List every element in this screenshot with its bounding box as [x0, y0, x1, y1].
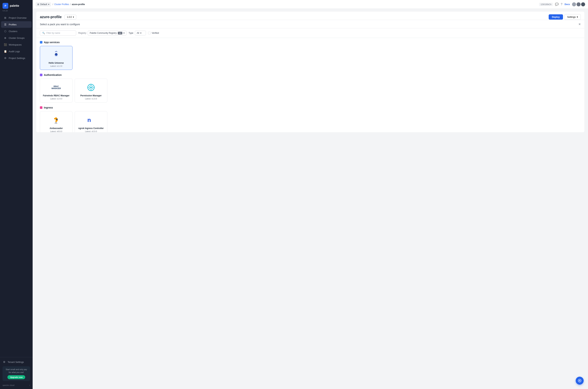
category-header: App services [40, 41, 581, 44]
topbar: ⊞ Default ▾ / Cluster Profiles / azure-p… [33, 0, 588, 9]
version-dropdown[interactable]: 1.0.0 ▾ [64, 15, 76, 19]
pack-logo: RBACMANAGER [51, 82, 61, 93]
category-app-services: App services [40, 41, 581, 70]
pack-selector-panel: Select a pack you want to configure ✕ 🔍 … [36, 20, 584, 132]
sidebar-item-tenant-settings[interactable]: ⚙ Tenant Settings [2, 359, 30, 365]
user-avatars [572, 2, 585, 6]
category-authentication: Authentication RBACMANAGER Fairwinds RBA… [40, 73, 581, 102]
main-content: ⊞ Default ▾ / Cluster Profiles / azure-p… [33, 0, 588, 389]
category-label: App services [44, 41, 60, 44]
registry-dropdown[interactable]: Palette Community Registry oci ▾ [88, 31, 127, 35]
breadcrumb-current: azure-profile [72, 3, 85, 6]
pack-card-ambassador[interactable]: Ambassador Latest: v8.8.0 [40, 111, 73, 132]
sidebar-item-label: Workspaces [9, 43, 22, 46]
svg-text:n: n [87, 117, 91, 123]
sidebar-item-audit-logs[interactable]: 📋 Audit Logs [1, 48, 31, 55]
chat-icon[interactable]: 💬 [555, 2, 559, 6]
environment-selector[interactable]: ⊞ Default ▾ [35, 2, 51, 6]
environment-label: Default [40, 3, 47, 6]
logo-area: P palette [0, 0, 33, 9]
app-version: 4.4.19 [0, 9, 33, 14]
sidebar-item-label: Project Overview [9, 17, 27, 19]
settings-icon: ⚙ [4, 57, 7, 60]
logo-icon: P [2, 3, 8, 9]
type-filter: Type All ▾ [129, 31, 146, 35]
workspaces-icon: ⬛ [4, 43, 7, 46]
verified-checkbox[interactable] [148, 32, 151, 34]
filter-bar: 🔍 Filter by name Registry Palette Commun… [36, 28, 584, 38]
breadcrumb-separator: / [70, 3, 71, 6]
avatar [581, 2, 585, 6]
cluster-groups-icon: ⊕ [4, 36, 7, 39]
pack-name: ngrok Ingress Controller [77, 127, 105, 130]
settings-button[interactable]: Settings ▾ [564, 14, 581, 20]
breadcrumb: / Cluster Profiles / azure-profile [53, 3, 85, 6]
pack-selector-header: Select a pack you want to configure ✕ [36, 20, 584, 28]
sidebar-item-project-settings[interactable]: ⚙ Project Settings [1, 55, 31, 61]
grid-icon: ⊞ [4, 16, 7, 19]
pack-card-permission-manager[interactable]: Permission Manager Latest: v1.0.0 [75, 79, 107, 102]
pack-grid: Hello Universe Latest: v1.2.0 [40, 46, 581, 70]
pack-logo [86, 82, 96, 93]
chat-fab-button[interactable] [576, 377, 584, 385]
upgrade-box: Start small and only pay for what you us… [2, 366, 30, 381]
settings-label: Settings [567, 16, 576, 18]
sidebar-item-clusters[interactable]: ⬡ Clusters [1, 28, 31, 34]
tenant-icon: ⚙ [2, 360, 6, 363]
category-label: Ingress [44, 106, 53, 109]
topbar-right: 129/100kCh 💬 ? Docs [539, 2, 585, 6]
pack-name: Ambassador [43, 127, 70, 130]
sidebar-item-label: Project Settings [9, 57, 25, 60]
docs-link[interactable]: Docs [565, 3, 570, 6]
pack-card-rbac-manager[interactable]: RBACMANAGER Fairwinds RBAC Manager Lates… [40, 79, 73, 102]
upgrade-button[interactable]: Upgrade now [7, 375, 25, 379]
avatar [572, 2, 576, 6]
pack-card-ngrok[interactable]: n ngrok Ingress Controller Latest: v0.9.… [75, 111, 107, 132]
sidebar-item-profiles[interactable]: ☰ Profiles [1, 21, 31, 28]
sidebar-item-project-overview[interactable]: ⊞ Project Overview [1, 15, 31, 21]
topbar-left: ⊞ Default ▾ / Cluster Profiles / azure-p… [35, 2, 537, 6]
audit-icon: 📋 [4, 50, 7, 53]
pack-name: Hello Universe [43, 62, 70, 64]
pack-grid: RBACMANAGER Fairwinds RBAC Manager Lates… [40, 79, 581, 102]
pack-selector-title: Select a pack you want to configure [40, 23, 80, 26]
header-actions: Deploy Settings ▾ [549, 14, 581, 20]
category-icon [40, 106, 42, 109]
type-dropdown[interactable]: All ▾ [135, 31, 146, 35]
sidebar: P palette 4.4.19 ⊞ Project Overview ☰ Pr… [0, 0, 33, 389]
pack-version: Latest: v1.2.0 [43, 65, 70, 67]
registry-label: Registry [78, 32, 86, 34]
sidebar-item-label: Cluster Groups [9, 37, 25, 39]
verified-label: Verified [152, 32, 159, 34]
pack-logo [51, 115, 61, 125]
spectro-footer: spectro cloud ‹ [2, 383, 30, 387]
chevron-down-icon: ▾ [48, 3, 49, 6]
type-value: All [137, 32, 139, 34]
pack-version: Latest: v1.0.0 [77, 97, 105, 100]
close-pack-selector-button[interactable]: ✕ [578, 23, 581, 26]
version-value: 1.0.0 [67, 16, 72, 18]
profiles-icon: ☰ [4, 23, 7, 26]
search-box[interactable]: 🔍 Filter by name [40, 31, 76, 35]
category-icon [40, 41, 42, 44]
pack-logo: n [86, 115, 96, 125]
sidebar-item-workspaces[interactable]: ⬛ Workspaces [1, 41, 31, 48]
sidebar-nav: ⊞ Project Overview ☰ Profiles ⬡ Clusters… [0, 14, 33, 357]
collapse-sidebar-button[interactable]: ‹ [29, 384, 30, 387]
breadcrumb-parent-link[interactable]: Cluster Profiles [54, 3, 69, 6]
category-header: Authentication [40, 73, 581, 76]
breadcrumb-separator: / [53, 3, 53, 6]
upgrade-text: Start small and only pay for what you us… [4, 368, 28, 374]
category-label: Authentication [44, 73, 62, 76]
tenant-settings-label: Tenant Settings [8, 361, 24, 363]
pack-card-hello-universe[interactable]: Hello Universe Latest: v1.2.0 [40, 46, 73, 70]
deploy-button[interactable]: Deploy [549, 14, 563, 20]
pack-version: Latest: v0.9.0 [77, 130, 105, 132]
sidebar-item-label: Profiles [9, 23, 17, 26]
pack-version: Latest: v8.8.0 [43, 130, 70, 132]
sidebar-item-cluster-groups[interactable]: ⊕ Cluster Groups [1, 35, 31, 41]
help-icon[interactable]: ? [561, 3, 562, 6]
chevron-down-icon: ▾ [140, 32, 141, 34]
sidebar-item-label: Clusters [9, 30, 17, 33]
registry-tag: oci [118, 32, 122, 34]
